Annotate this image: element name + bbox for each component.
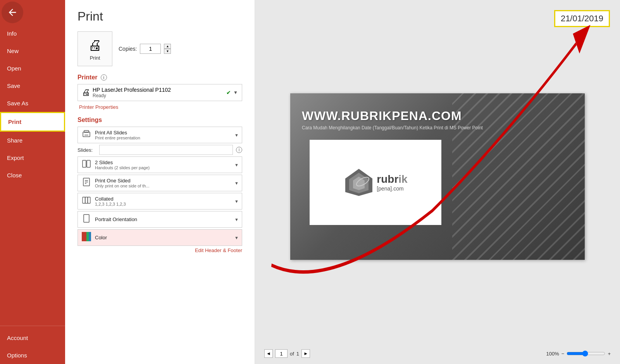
pagination-bar: ◄ of 1 ► 100% − + bbox=[261, 347, 614, 358]
printer-properties-link[interactable]: Printer Properties bbox=[79, 104, 118, 110]
page-total: 1 bbox=[296, 351, 299, 357]
page-title: Print bbox=[78, 9, 242, 24]
setting-print-sided[interactable]: Print One Sided Only print on one side o… bbox=[78, 175, 242, 191]
copies-row: Copies: ▲ ▼ bbox=[119, 44, 171, 54]
preview-container: 21/01/2019 WWW.RUBRIKPENA.COM Cara Mudah… bbox=[261, 6, 614, 347]
sidebar-item-new[interactable]: New bbox=[0, 42, 65, 60]
svg-rect-1 bbox=[84, 130, 89, 132]
print-sided-icon bbox=[81, 177, 92, 189]
setting-color[interactable]: Color ▼ bbox=[78, 229, 242, 246]
orientation-icon bbox=[81, 214, 92, 225]
print-sided-sub: Only print on one side of th... bbox=[95, 184, 231, 188]
left-panel: Print 🖨 Print Copies: ▲ ▼ bbox=[65, 0, 255, 364]
slides-layout-text: 2 Slides Handouts (2 slides per page) bbox=[95, 160, 231, 170]
print-sided-text: Print One Sided Only print on one side o… bbox=[95, 178, 231, 188]
orientation-text: Portrait Orientation bbox=[95, 216, 231, 222]
svg-rect-15 bbox=[89, 232, 91, 241]
back-arrow-icon bbox=[7, 7, 18, 18]
setting-orientation[interactable]: Portrait Orientation ▼ bbox=[78, 211, 242, 228]
printer-info: HP LaserJet Professional P1102 Ready bbox=[93, 87, 224, 98]
collated-icon bbox=[81, 196, 92, 207]
print-all-slides-main: Print All Slides bbox=[95, 130, 231, 136]
collated-main: Collated bbox=[95, 196, 231, 202]
page-navigation: ◄ of 1 ► bbox=[264, 349, 310, 358]
slides-input[interactable] bbox=[99, 145, 233, 155]
svg-rect-13 bbox=[82, 232, 86, 241]
sidebar-item-save[interactable]: Save bbox=[0, 77, 65, 94]
main-nav: Info New Open Save Save As Print Share E… bbox=[0, 25, 65, 184]
setting-slides-layout[interactable]: 2 Slides Handouts (2 slides per page) ▼ bbox=[78, 156, 242, 173]
printer-section-title: Printer i bbox=[78, 74, 242, 81]
orientation-main: Portrait Orientation bbox=[95, 216, 231, 222]
main-content: Print 🖨 Print Copies: ▲ ▼ bbox=[65, 0, 620, 364]
printer-status: Ready bbox=[93, 93, 224, 98]
printer-icon: 🖨 bbox=[88, 37, 102, 53]
print-all-slides-chevron: ▼ bbox=[234, 133, 239, 137]
slides-layout-chevron: ▼ bbox=[234, 163, 239, 167]
sidebar: Info New Open Save Save As Print Share E… bbox=[0, 0, 65, 364]
copies-down-button[interactable]: ▼ bbox=[164, 49, 171, 54]
print-all-slides-icon bbox=[81, 129, 92, 141]
copies-input[interactable] bbox=[140, 44, 161, 54]
page-number-input[interactable] bbox=[275, 349, 288, 358]
next-page-button[interactable]: ► bbox=[301, 349, 310, 358]
settings-section-title: Settings bbox=[78, 117, 242, 124]
preview-panel: 21/01/2019 WWW.RUBRIKPENA.COM Cara Mudah… bbox=[255, 0, 620, 364]
print-button-label: Print bbox=[90, 55, 100, 61]
slides-layout-main: 2 Slides bbox=[95, 160, 231, 165]
collated-text: Collated 1,2,3 1,2,3 1,2,3 bbox=[95, 196, 231, 206]
sidebar-item-save-as[interactable]: Save As bbox=[0, 94, 65, 112]
sidebar-item-share[interactable]: Share bbox=[0, 132, 65, 149]
zoom-slider[interactable] bbox=[567, 350, 605, 357]
prev-page-button[interactable]: ◄ bbox=[264, 349, 273, 358]
printer-section: Printer i 🖨 HP LaserJet Professional P11… bbox=[78, 74, 242, 110]
print-all-slides-sub: Print entire presentation bbox=[95, 136, 231, 140]
printer-name: HP LaserJet Professional P1102 bbox=[93, 87, 224, 93]
svg-rect-0 bbox=[83, 132, 90, 137]
slides-layout-icon bbox=[81, 159, 92, 170]
slide-logo-inner: rubrik [pena].com bbox=[343, 167, 407, 198]
sidebar-item-info[interactable]: Info bbox=[0, 25, 65, 42]
copies-up-button[interactable]: ▲ bbox=[164, 44, 171, 49]
orientation-chevron: ▼ bbox=[234, 217, 239, 222]
setting-print-all-slides[interactable]: Print All Slides Print entire presentati… bbox=[78, 127, 242, 143]
color-main: Color bbox=[95, 235, 231, 240]
color-text: Color bbox=[95, 235, 231, 240]
slide-website-text: WWW.RUBRIKPENA.COM bbox=[302, 109, 462, 123]
zoom-area: 100% − + bbox=[546, 350, 611, 357]
zoom-minus-label: − bbox=[561, 351, 565, 357]
back-button[interactable] bbox=[2, 2, 23, 23]
slides-info-icon[interactable]: i bbox=[236, 147, 242, 153]
edit-header-footer-link[interactable]: Edit Header & Footer bbox=[78, 247, 242, 253]
print-sided-chevron: ▼ bbox=[234, 181, 239, 185]
sidebar-item-account[interactable]: Account bbox=[0, 329, 65, 347]
sidebar-item-close[interactable]: Close bbox=[0, 167, 65, 184]
svg-rect-2 bbox=[84, 135, 88, 136]
slide-logo-icon bbox=[343, 167, 374, 198]
printer-ready-icon: ✔ bbox=[226, 89, 231, 96]
printer-selector[interactable]: 🖨 HP LaserJet Professional P1102 Ready ✔… bbox=[78, 84, 242, 101]
setting-collated[interactable]: Collated 1,2,3 1,2,3 1,2,3 ▼ bbox=[78, 193, 242, 209]
slide-logo-box: rubrik [pena].com bbox=[310, 140, 441, 225]
sidebar-item-options[interactable]: Options bbox=[0, 347, 65, 364]
collated-chevron: ▼ bbox=[234, 199, 239, 204]
printer-info-icon[interactable]: i bbox=[101, 74, 107, 81]
slides-row: Slides: i bbox=[78, 145, 242, 155]
slides-label: Slides: bbox=[78, 147, 96, 153]
sidebar-item-print[interactable]: Print bbox=[0, 112, 65, 132]
sidebar-item-open[interactable]: Open bbox=[0, 60, 65, 77]
color-icon bbox=[81, 232, 92, 243]
slide-preview: WWW.RUBRIKPENA.COM Cara Mudah Menghilang… bbox=[290, 93, 585, 260]
print-controls-row: 🖨 Print Copies: ▲ ▼ bbox=[78, 31, 242, 66]
slides-layout-sub: Handouts (2 slides per page) bbox=[95, 165, 231, 170]
print-button[interactable]: 🖨 Print bbox=[78, 31, 112, 66]
zoom-percent-label: 100% bbox=[546, 351, 559, 357]
printer-dropdown-icon: ▼ bbox=[233, 90, 238, 95]
sidebar-item-export[interactable]: Export bbox=[0, 149, 65, 167]
page-of-label: of bbox=[290, 351, 294, 357]
settings-section: Settings Print All Slides Print entire p… bbox=[78, 117, 242, 253]
copies-spinner: ▲ ▼ bbox=[164, 44, 171, 54]
slide-logo-text-group: rubrik [pena].com bbox=[377, 173, 407, 192]
collated-sub: 1,2,3 1,2,3 1,2,3 bbox=[95, 202, 231, 206]
zoom-plus-label: + bbox=[608, 351, 611, 357]
